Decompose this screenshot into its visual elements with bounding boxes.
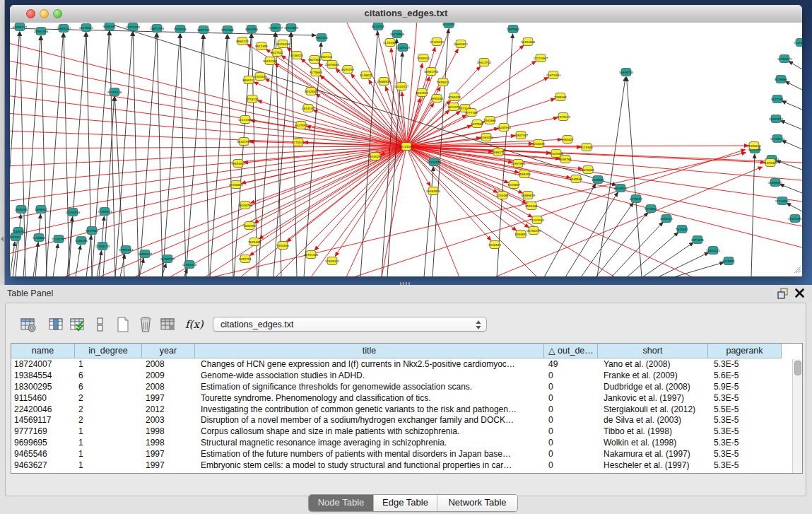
graph-node-label: 9466161 [103,25,116,28]
tab-edge-table[interactable]: Edge Table [374,495,437,511]
scrollbar-thumb[interactable] [794,361,801,375]
table-cell: Estimation of significance thresholds fo… [201,382,544,393]
table-row[interactable]: 977716911998Corpus callosum shape and si… [11,426,793,438]
column-header-in_degree[interactable]: in_degree [75,344,142,358]
table-cell: 9699695 [14,438,75,449]
close-panel-icon[interactable] [794,288,805,298]
table-cell: 49 [548,359,598,370]
column-header-year[interactable]: year [142,344,195,358]
table-header-row: namein_degreeyeartitle△ out_de…shortpage… [11,344,802,359]
graph-node-label: 19166825 [229,183,244,187]
column-header-short[interactable]: short [598,344,708,358]
graph-node-label: 15692931 [768,181,783,185]
graph-node-label: 18724007 [399,145,414,148]
row-height-icon[interactable] [92,316,110,334]
table-cell: Wolkin et al. (1998) [604,438,708,449]
graph-node-label: 11015183 [530,218,545,222]
graph-node-label: 16782759 [160,257,175,261]
graph-node-label: 7485063 [554,95,567,99]
function-builder-icon[interactable]: f(x) [185,318,204,337]
table-cell: 0 [548,426,598,438]
table-cell: 1 [78,438,142,449]
graph-node-label: 7625402 [248,240,261,244]
table-cell: 5.3E-5 [714,438,782,449]
window-titlebar[interactable]: citations_edges.txt [10,5,802,23]
network-view-window[interactable]: citations_edges.txt 18724007140557172089… [10,5,802,276]
graph-node-label: 2240461 [496,194,509,197]
graph-node-label: 2935114 [660,217,673,221]
table-row[interactable]: 2242004622012Investigating the contribut… [11,404,793,416]
table-cell: 19384554 [14,370,75,382]
graph-node-label: 12505135 [95,245,110,248]
graph-node-label: 9457751 [239,257,252,261]
tab-network-table[interactable]: Network Table [437,495,517,511]
column-header-title[interactable]: title [195,344,544,358]
table-dropdown-value: citations_edges.txt [220,320,294,329]
table-scrollbar[interactable] [792,359,802,473]
table-cell: 2 [78,404,142,416]
table-cell: 0 [548,370,598,382]
table-cell: 2008 [146,382,195,393]
graph-node-label: 17359924 [98,210,112,214]
table-cell: 0 [548,393,598,404]
graph-node-label: 12505441 [325,259,340,263]
graph-node-label: 1898934 [35,208,47,211]
graph-node-label: 8495764 [559,158,572,161]
column-header-name[interactable]: name [11,344,75,358]
table-cell: 1997 [146,449,195,460]
table-row[interactable]: 1830029562008Estimation of significance … [11,382,793,393]
table-dropdown[interactable]: citations_edges.txt [213,317,487,332]
window-title: citations_edges.txt [10,8,802,18]
table-row[interactable]: 946362711997Embryonic stem cells: a mode… [11,460,793,472]
graph-node-label: 20364456 [479,136,494,139]
table-rows: 1872400712008Changes of HCN gene express… [11,359,793,473]
table-row[interactable]: 946554611997Estimation of the future num… [11,449,793,460]
graph-node-label: 12213383 [238,118,253,122]
table-cell: 0 [548,404,598,416]
delete-table-icon[interactable] [160,316,178,334]
delete-column-icon[interactable] [137,316,155,334]
graph-node-label: 20153346 [107,90,122,94]
graph-node-label: 8454749 [341,68,354,71]
float-panel-icon[interactable] [777,288,789,299]
graph-node-label: 1990448 [430,97,443,100]
show-columns-icon[interactable] [48,316,66,334]
graph-node-label: 8938923 [614,187,627,190]
table-row[interactable]: 969969511998Structural magnetic resonanc… [11,438,793,449]
column-header-pagerank[interactable]: pagerank [708,344,782,358]
graph-node-label: 11670421 [763,161,778,165]
graph-node-label: 16751366 [304,253,319,257]
tab-node-table[interactable]: Node Table [309,495,374,511]
table-row[interactable]: 1456911722003Disruption of a novel membe… [11,415,793,426]
graph-node-label: 9242844 [305,90,317,93]
table-cell: 5.3E-5 [714,393,782,404]
table-cell: 5.6E-5 [714,370,782,382]
column-header-out_de[interactable]: △ out_de… [544,344,598,358]
table-cell: 5.5E-5 [714,404,782,416]
resize-grip-icon[interactable] [794,267,801,273]
citation-network-graph[interactable]: 1872400714055717208914061065328715276021… [10,23,802,276]
table-mode-icon[interactable] [20,316,38,334]
graph-node-label: 16245544 [497,126,512,129]
graph-node-label: 8595493 [518,173,531,176]
collapse-arrow-icon[interactable] [1,236,4,242]
table-panel: Table Panel citations_edges.txt f(x) nam… [0,285,812,514]
graph-node-label: 9827508 [308,58,321,62]
table-row[interactable]: 1872400712008Changes of HCN gene express… [11,359,793,370]
table-row[interactable]: 911546021997Tourette syndrome. Phenomeno… [11,393,793,404]
table-cell: 9115460 [14,393,75,404]
graph-node-label: 9170041 [292,141,305,144]
graph-node-label: 9890112 [242,78,255,82]
table-toolbar: citations_edges.txt f(x) [13,316,798,337]
table-cell: de Silva et al. (2003) [604,415,708,426]
graph-node-label: 9463627 [561,138,574,141]
node-table[interactable]: namein_degreeyeartitle△ out_de…shortpage… [11,343,803,474]
select-rows-icon[interactable] [69,316,88,334]
new-column-icon[interactable] [114,316,133,334]
table-cell: Nakamura et al. (1997) [604,449,708,460]
graph-node-label: 1540910 [417,57,430,60]
graph-node-label: 8471676 [691,238,704,242]
table-cell: Structural magnetic resonance image aver… [201,438,544,449]
table-row[interactable]: 1938455462009Genome-wide association stu… [11,370,793,382]
table-cell: 1997 [146,393,195,404]
